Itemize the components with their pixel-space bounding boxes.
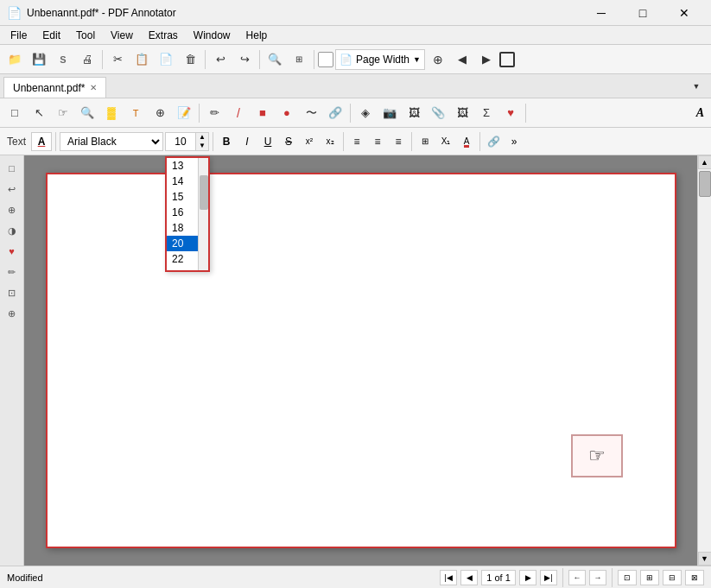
- view-btn1[interactable]: ⊡: [618, 570, 637, 585]
- italic-button[interactable]: I: [238, 132, 257, 151]
- delete-button[interactable]: 🗑: [179, 48, 201, 71]
- font-size-input[interactable]: [165, 132, 196, 151]
- menu-view[interactable]: View: [104, 28, 140, 43]
- snapshot-btn[interactable]: 📷: [378, 102, 401, 124]
- scroll-track[interactable]: [698, 169, 711, 552]
- magnifier-btn[interactable]: 🔍: [76, 102, 98, 124]
- search-button[interactable]: 🔍: [263, 48, 286, 71]
- color-fill-icon: A: [464, 136, 470, 146]
- menu-edit[interactable]: Edit: [35, 28, 67, 43]
- heart-btn[interactable]: ♥: [499, 102, 522, 124]
- menu-file[interactable]: File: [3, 28, 34, 43]
- pen-btn[interactable]: ✏: [203, 102, 225, 124]
- link-btn[interactable]: 🔗: [324, 102, 346, 124]
- next-page-button[interactable]: ▶: [475, 48, 498, 71]
- select-btn[interactable]: □: [3, 102, 26, 124]
- back-nav-button[interactable]: ←: [568, 570, 586, 585]
- sidebar-pen[interactable]: ✏: [3, 262, 22, 281]
- current-page-input[interactable]: [481, 570, 516, 585]
- formula-btn[interactable]: Σ: [475, 102, 498, 124]
- ellipse-btn[interactable]: ●: [276, 102, 298, 124]
- menu-window[interactable]: Window: [187, 28, 238, 43]
- screenshot-btn[interactable]: 🖼: [403, 102, 425, 124]
- square-button[interactable]: [499, 52, 515, 67]
- link-format-btn[interactable]: 🔗: [484, 132, 503, 151]
- text-btn[interactable]: T: [124, 102, 147, 124]
- vertical-scrollbar[interactable]: ▲ ▼: [697, 155, 711, 566]
- copy-button[interactable]: 📋: [130, 48, 153, 71]
- border-btn[interactable]: ⊞: [416, 132, 435, 151]
- bold-button[interactable]: B: [217, 132, 236, 151]
- last-page-button[interactable]: ▶|: [540, 570, 557, 585]
- new-button[interactable]: 📁: [3, 48, 26, 71]
- attach-btn[interactable]: 📎: [427, 102, 449, 124]
- undo-button[interactable]: ↩: [209, 48, 232, 71]
- tab-document[interactable]: Unbenannt.pdf* ✕: [3, 77, 106, 98]
- sidebar-heart[interactable]: ♥: [3, 242, 22, 261]
- font-size-scrollbar[interactable]: [198, 158, 208, 270]
- minimize-button[interactable]: ─: [581, 0, 621, 26]
- wave-btn[interactable]: 〜: [300, 102, 322, 124]
- save2-button[interactable]: S: [52, 48, 74, 71]
- image-btn[interactable]: 🖼: [451, 102, 473, 124]
- sidebar-layers[interactable]: ⊕: [3, 200, 22, 219]
- bookmark-button[interactable]: ⊞: [288, 48, 310, 71]
- strikethrough-button[interactable]: S: [279, 132, 298, 151]
- cut-button[interactable]: ✂: [106, 48, 129, 71]
- align-right-button[interactable]: ≡: [389, 132, 408, 151]
- tab-scroll-right[interactable]: ▼: [685, 75, 708, 98]
- menu-tool[interactable]: Tool: [69, 28, 102, 43]
- rect-btn[interactable]: ■: [251, 102, 274, 124]
- tab-close-button[interactable]: ✕: [90, 83, 97, 92]
- view-btn2[interactable]: ⊞: [640, 570, 659, 585]
- highlight-btn[interactable]: ▓: [100, 102, 123, 124]
- italic-a-btn[interactable]: A: [693, 106, 708, 120]
- prev-page-nav-button[interactable]: ◀: [460, 570, 478, 585]
- scroll-down-button[interactable]: ▼: [698, 552, 712, 566]
- hand-btn[interactable]: ☞: [52, 102, 74, 124]
- stamp-btn[interactable]: ⊕: [149, 102, 171, 124]
- more-format-btn[interactable]: »: [505, 132, 524, 151]
- forward-nav-button[interactable]: →: [589, 570, 606, 585]
- menu-help[interactable]: Help: [239, 28, 275, 43]
- align-left-button[interactable]: ≡: [347, 132, 366, 151]
- main-area: □ ↩ ⊕ ◑ ♥ ✏ ⊡ ⊕ ☞ ▲ ▼: [0, 155, 711, 566]
- note-btn[interactable]: 📝: [173, 102, 195, 124]
- maximize-button[interactable]: □: [623, 0, 663, 26]
- next-page-nav-button[interactable]: ▶: [519, 570, 536, 585]
- print-button[interactable]: 🖨: [76, 48, 98, 71]
- subscript-button[interactable]: x₂: [321, 132, 340, 151]
- paste-button[interactable]: 📄: [155, 48, 177, 71]
- view-btn3[interactable]: ⊟: [663, 570, 682, 585]
- view-btn4[interactable]: ⊠: [685, 570, 704, 585]
- prev-page-button[interactable]: ◀: [451, 48, 473, 71]
- redo-button[interactable]: ↪: [233, 48, 256, 71]
- sep5: [199, 104, 200, 123]
- sidebar-add[interactable]: ⊕: [3, 304, 22, 323]
- menu-extras[interactable]: Extras: [142, 28, 185, 43]
- save-button[interactable]: 💾: [28, 48, 50, 71]
- zoom-select[interactable]: 📄 Page Width ▼: [335, 49, 425, 70]
- sidebar-back[interactable]: ↩: [3, 180, 22, 199]
- font-family-select[interactable]: Arial Black: [60, 132, 163, 151]
- font-color-button[interactable]: A: [31, 132, 52, 151]
- page-btn[interactable]: [318, 52, 333, 67]
- close-button[interactable]: ✕: [664, 0, 704, 26]
- font-size-up[interactable]: ▲: [196, 133, 208, 142]
- sidebar-star[interactable]: ⊡: [3, 283, 22, 302]
- pointer-btn[interactable]: ↖: [28, 102, 50, 124]
- add-page-button[interactable]: ⊕: [427, 48, 449, 71]
- font-size-down[interactable]: ▼: [196, 142, 208, 150]
- underline-button[interactable]: U: [258, 132, 277, 151]
- superscript-button[interactable]: x²: [300, 132, 319, 151]
- first-page-button[interactable]: |◀: [440, 570, 457, 585]
- sidebar-select[interactable]: □: [3, 159, 22, 178]
- scroll-up-button[interactable]: ▲: [698, 155, 712, 169]
- subscript2-btn[interactable]: X₁: [436, 132, 455, 151]
- line-btn[interactable]: /: [227, 102, 250, 124]
- align-center-button[interactable]: ≡: [368, 132, 387, 151]
- scroll-thumb[interactable]: [699, 171, 711, 197]
- sidebar-view[interactable]: ◑: [3, 221, 22, 240]
- color-fill-btn[interactable]: A: [457, 132, 476, 151]
- eraser-btn[interactable]: ◈: [354, 102, 377, 124]
